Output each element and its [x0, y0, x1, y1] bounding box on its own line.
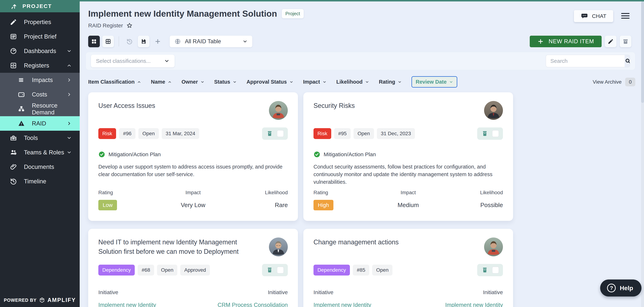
- sidebar-item-impacts[interactable]: Impacts: [0, 73, 80, 87]
- archive-button[interactable]: [620, 36, 631, 47]
- card-actions: [477, 264, 503, 276]
- column-review-date-active[interactable]: Review Date: [412, 76, 457, 88]
- column-impact[interactable]: Impact: [303, 79, 326, 85]
- sidebar-brand[interactable]: PROJECT: [0, 0, 80, 12]
- classification-select[interactable]: Select classifications...: [91, 55, 174, 67]
- column-likelihood[interactable]: Likelihood: [336, 79, 369, 85]
- search-icon: [624, 58, 630, 64]
- sidebar-item-timeline[interactable]: Timeline: [0, 174, 80, 189]
- owner-avatar: [484, 238, 503, 256]
- caret-down-icon: [449, 80, 453, 84]
- caret-up-icon: [137, 80, 141, 84]
- sidebar-item-teams-roles[interactable]: Teams & Roles: [0, 145, 80, 160]
- approval-badge: Approved: [180, 265, 210, 276]
- sidebar-item-tools[interactable]: Tools: [0, 131, 80, 145]
- impact-value: Medium: [377, 202, 440, 209]
- raid-card-need-it-dependency[interactable]: Need IT to implement new Identity Manage…: [88, 229, 298, 307]
- amplify-brand-label: AMPLIFY: [48, 297, 76, 304]
- archive-bin-icon[interactable]: [266, 130, 273, 137]
- add-view-button[interactable]: [152, 36, 164, 47]
- sidebar-item-costs[interactable]: Costs: [0, 87, 80, 102]
- select-checkbox[interactable]: [492, 267, 499, 274]
- card-actions: [262, 264, 288, 276]
- menu-icon[interactable]: [621, 13, 630, 20]
- sidebar-item-raid[interactable]: RAID: [0, 116, 80, 131]
- raid-card-security-risks[interactable]: Security Risks Risk #95 Open 31 Dec, 202…: [303, 92, 513, 221]
- sidebar-item-label: Project Brief: [24, 33, 56, 40]
- table-icon: [105, 38, 111, 44]
- history-button[interactable]: [124, 36, 135, 47]
- card-actions: [477, 127, 503, 140]
- column-rating[interactable]: Rating: [379, 79, 402, 85]
- sidebar-item-registers[interactable]: Registers: [0, 58, 80, 73]
- caret-down-icon: [365, 80, 369, 84]
- initiative-link[interactable]: Implement new Identity Management Soluti…: [418, 301, 503, 307]
- new-raid-item-button[interactable]: NEW RAID ITEM: [530, 36, 602, 47]
- save-view-button[interactable]: [138, 36, 150, 47]
- archive-count-badge: 0: [625, 78, 635, 86]
- save-icon: [140, 38, 147, 44]
- card-view-button[interactable]: [88, 36, 100, 47]
- sidebar-item-documents[interactable]: Documents: [0, 160, 80, 174]
- help-button[interactable]: ? Help: [600, 280, 642, 297]
- favorite-star-icon[interactable]: [126, 22, 133, 29]
- column-approval-status[interactable]: Approval Status: [246, 79, 293, 85]
- mitigation-heading: Mitigation/Action Plan: [108, 151, 161, 157]
- sidebar-item-label: Tools: [24, 134, 38, 141]
- initiative-link[interactable]: CRM Process Consolidation: [203, 301, 288, 307]
- card-title: Security Risks: [314, 101, 355, 120]
- id-badge: #96: [119, 128, 136, 139]
- sidebar-item-label: Registers: [24, 62, 49, 69]
- search-box: [546, 55, 630, 67]
- sidebar-item-resource-demand[interactable]: Resource Demand: [0, 102, 80, 116]
- vertical-scrollbar[interactable]: [641, 1, 644, 307]
- sidebar-item-dashboards[interactable]: Dashboards: [0, 44, 80, 58]
- caret-down-icon: [398, 80, 402, 84]
- archive-bin-icon[interactable]: [266, 267, 273, 274]
- column-status[interactable]: Status: [214, 79, 237, 85]
- column-item-classification[interactable]: Item Classification: [88, 79, 141, 85]
- caret-down-icon: [290, 80, 294, 84]
- sidebar-item-project-brief[interactable]: Project Brief: [0, 29, 80, 44]
- table-view-button[interactable]: [102, 36, 114, 47]
- chat-button[interactable]: CHAT: [574, 10, 613, 22]
- scrollbar-thumb[interactable]: [641, 1, 644, 103]
- select-checkbox[interactable]: [277, 267, 284, 274]
- edit-button[interactable]: [605, 36, 616, 47]
- select-checkbox[interactable]: [492, 130, 499, 137]
- search-input[interactable]: [546, 55, 624, 67]
- history-clock-icon: [10, 178, 17, 185]
- search-submit[interactable]: [624, 55, 630, 67]
- column-name[interactable]: Name: [151, 79, 172, 85]
- chevron-down-icon: [164, 58, 170, 64]
- archive-box-icon: [622, 38, 629, 45]
- initiative-link[interactable]: Implement new Identity Management Soluti…: [314, 301, 398, 307]
- raid-card-user-access-issues[interactable]: User Access Issues Risk #96 Open 31 Mar,…: [88, 92, 298, 221]
- column-owner[interactable]: Owner: [182, 79, 204, 85]
- rating-label: Rating: [314, 190, 377, 196]
- toolbar: All RAID Table NEW RAID ITEM: [88, 36, 631, 47]
- chevron-down-icon: [67, 150, 72, 155]
- raid-card-change-management-actions[interactable]: Change management actions Dependency #85…: [303, 229, 513, 307]
- archive-bin-icon[interactable]: [481, 267, 488, 274]
- powered-by-label: POWERED BY: [4, 298, 36, 303]
- chevron-right-icon: [67, 92, 72, 97]
- initiative-link[interactable]: Implement new Identity Management Soluti…: [98, 301, 184, 307]
- caret-down-icon: [322, 80, 326, 84]
- likelihood-value: Rare: [224, 202, 288, 209]
- rating-label: Rating: [98, 190, 162, 196]
- sidebar-item-properties[interactable]: Properties: [0, 15, 80, 29]
- table-selector[interactable]: All RAID Table: [170, 36, 252, 47]
- impact-label: Impact: [162, 190, 225, 196]
- sidebar-item-label: Costs: [32, 91, 47, 98]
- id-badge: #68: [138, 265, 154, 276]
- view-archive-button[interactable]: View Archive 0: [593, 78, 635, 86]
- initiative-label: Initiative: [193, 289, 288, 296]
- sidebar-item-label: Resource Demand: [32, 102, 72, 116]
- archive-bin-icon[interactable]: [481, 130, 488, 137]
- card-actions: [262, 127, 288, 140]
- sidebar-item-label: Teams & Roles: [24, 149, 64, 156]
- status-badge: Open: [354, 128, 374, 139]
- select-checkbox[interactable]: [277, 130, 284, 137]
- status-badge: Open: [157, 265, 178, 276]
